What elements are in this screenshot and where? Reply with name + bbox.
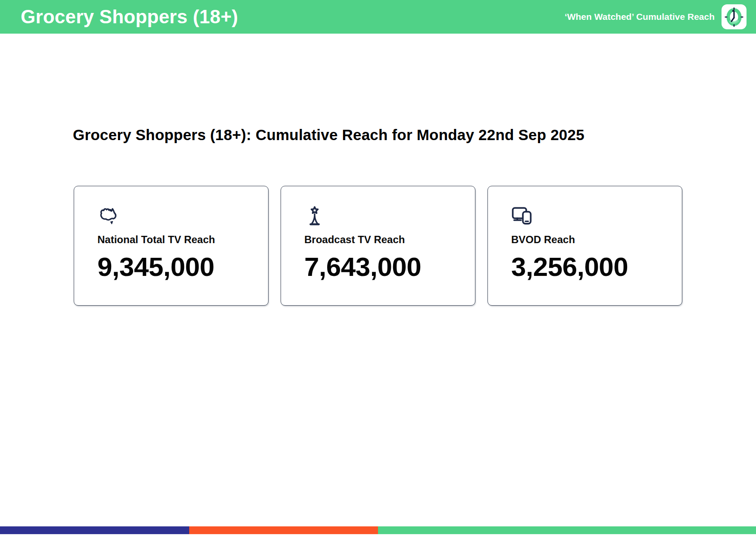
broadcast-tower-icon bbox=[304, 205, 462, 228]
kpi-label: National Total TV Reach bbox=[97, 234, 255, 246]
australia-map-icon bbox=[97, 205, 255, 228]
header-bar: Grocery Shoppers (18+) ‘When Watched’ Cu… bbox=[0, 0, 756, 34]
kpi-label: Broadcast TV Reach bbox=[304, 234, 462, 246]
kpi-label: BVOD Reach bbox=[511, 234, 669, 246]
app-title: Grocery Shoppers (18+) bbox=[21, 6, 565, 28]
footer-segment-green bbox=[378, 526, 756, 534]
kpi-value: 7,643,000 bbox=[304, 251, 462, 282]
kpi-value: 3,256,000 bbox=[511, 251, 669, 282]
kpi-card-bvod: BVOD Reach 3,256,000 bbox=[487, 186, 682, 306]
header-right-group: ‘When Watched’ Cumulative Reach bbox=[565, 4, 747, 29]
kpi-cards-row: National Total TV Reach 9,345,000 Broadc… bbox=[74, 186, 756, 306]
report-type-label: ‘When Watched’ Cumulative Reach bbox=[565, 12, 715, 22]
footer-segment-orange bbox=[189, 526, 378, 534]
clock-logo-badge bbox=[722, 4, 747, 29]
kpi-card-national-total-tv: National Total TV Reach 9,345,000 bbox=[74, 186, 269, 306]
clock-icon bbox=[722, 5, 746, 29]
kpi-value: 9,345,000 bbox=[97, 251, 255, 282]
page-title: Grocery Shoppers (18+): Cumulative Reach… bbox=[73, 126, 756, 144]
kpi-card-broadcast-tv: Broadcast TV Reach 7,643,000 bbox=[281, 186, 475, 306]
devices-icon bbox=[511, 205, 669, 228]
footer-segment-indigo bbox=[0, 526, 189, 534]
footer-brand-bar bbox=[0, 526, 756, 534]
